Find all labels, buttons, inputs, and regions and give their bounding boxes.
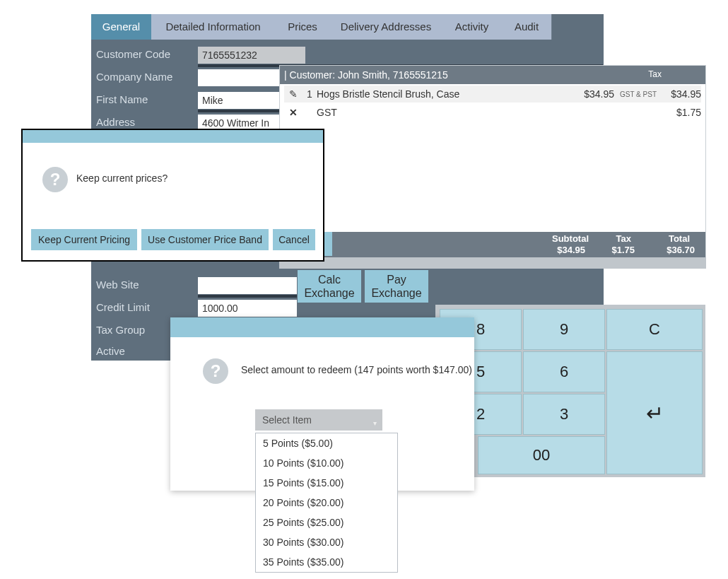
redeem-option[interactable]: 25 Points ($25.00): [256, 513, 397, 532]
redeem-amount-dropdown[interactable]: 5 Points ($5.00) 10 Points ($10.00) 15 P…: [255, 433, 398, 573]
tax-value: $1.75: [611, 245, 635, 255]
company-name-field[interactable]: [198, 69, 283, 86]
dialog1-message: Keep current prices?: [76, 172, 168, 184]
tax-label: Tax: [616, 233, 631, 244]
tab-general[interactable]: General: [91, 14, 151, 40]
line-tax-amount: $34.95: [662, 88, 701, 100]
dialog2-titlebar: [170, 317, 474, 337]
subtotal-value: $34.95: [557, 245, 585, 255]
first-name-field[interactable]: [198, 92, 283, 109]
tab-prices[interactable]: Prices: [275, 14, 331, 40]
key-clear[interactable]: C: [606, 309, 703, 350]
receipt-header: | Customer: John Smith, 7165551215: [284, 69, 448, 81]
chevron-down-icon: ▾: [373, 413, 377, 434]
label-address: Address: [96, 116, 135, 128]
redeem-option[interactable]: 30 Points ($30.00): [256, 532, 397, 552]
total-value: $36.70: [667, 245, 695, 255]
label-web-site: Web Site: [96, 279, 139, 291]
redeem-option[interactable]: 20 Points ($20.00): [256, 493, 397, 513]
pencil-icon[interactable]: ✎: [284, 88, 303, 100]
key-9[interactable]: 9: [523, 309, 605, 350]
web-site-field[interactable]: [198, 277, 297, 294]
label-tax-group: Tax Group: [96, 324, 145, 336]
receipt-tax-header: Tax: [648, 69, 662, 79]
strip: [279, 257, 706, 269]
close-icon[interactable]: ✕: [284, 107, 303, 118]
line2-desc: GST: [317, 107, 572, 118]
enter-icon: ↵: [646, 401, 664, 426]
subtotal-label: Subtotal: [552, 233, 589, 244]
label-company-name: Company Name: [96, 71, 172, 83]
line-qty: 1: [303, 88, 317, 100]
label-first-name: First Name: [96, 93, 148, 105]
tab-delivery-addresses[interactable]: Delivery Addresses: [330, 14, 442, 40]
label-credit-limit: Credit Limit: [96, 301, 150, 313]
line-tax-note: GST & PST: [614, 90, 662, 98]
dialog2-message: Select amount to redeem (147 points wort…: [241, 364, 472, 375]
dialog1-titlebar: [23, 130, 323, 143]
question-icon: ?: [42, 167, 68, 192]
redeem-option[interactable]: 35 Points ($35.00): [256, 552, 397, 572]
credit-limit-field[interactable]: [198, 300, 297, 317]
key-6[interactable]: 6: [523, 351, 605, 392]
key-enter[interactable]: ↵: [606, 351, 703, 474]
receipt-footer: ue Subtotal $34.95 Tax $1.75 Total $36.7…: [280, 232, 705, 257]
tab-detailed-information[interactable]: Detailed Information: [151, 14, 276, 40]
cancel-button[interactable]: Cancel: [273, 229, 315, 250]
keep-current-pricing-button[interactable]: Keep Current Pricing: [31, 229, 137, 250]
line2-tax: $1.75: [572, 107, 701, 118]
redeem-option[interactable]: 10 Points ($10.00): [256, 453, 397, 473]
select-placeholder: Select Item: [262, 414, 312, 426]
customer-code-field[interactable]: [198, 47, 305, 64]
use-customer-price-band-button[interactable]: Use Customer Price Band: [141, 229, 269, 250]
tab-audit[interactable]: Audit: [502, 14, 552, 40]
order-receipt-panel: | Customer: John Smith, 7165551215 Tax ✎…: [279, 65, 706, 258]
keep-prices-dialog: ? Keep current prices? Keep Current Pric…: [21, 129, 324, 262]
question-icon: ?: [203, 358, 228, 384]
label-active: Active: [96, 345, 125, 357]
redeem-amount-select[interactable]: Select Item ▾: [255, 409, 382, 431]
key-3[interactable]: 3: [523, 394, 605, 435]
calc-exchange-button[interactable]: Calc Exchange: [298, 270, 361, 303]
total-label: Total: [669, 233, 690, 244]
redeem-option[interactable]: 5 Points ($5.00): [256, 433, 397, 453]
pay-exchange-button[interactable]: Pay Exchange: [365, 270, 428, 303]
label-customer-code: Customer Code: [96, 48, 170, 60]
line-price: $34.95: [572, 88, 614, 100]
redeem-option[interactable]: 15 Points ($15.00): [256, 473, 397, 493]
key-00[interactable]: 00: [478, 436, 605, 474]
tab-activity[interactable]: Activity: [442, 14, 503, 40]
line-desc: Hogs Bristle Stencil Brush, Case: [317, 88, 572, 100]
